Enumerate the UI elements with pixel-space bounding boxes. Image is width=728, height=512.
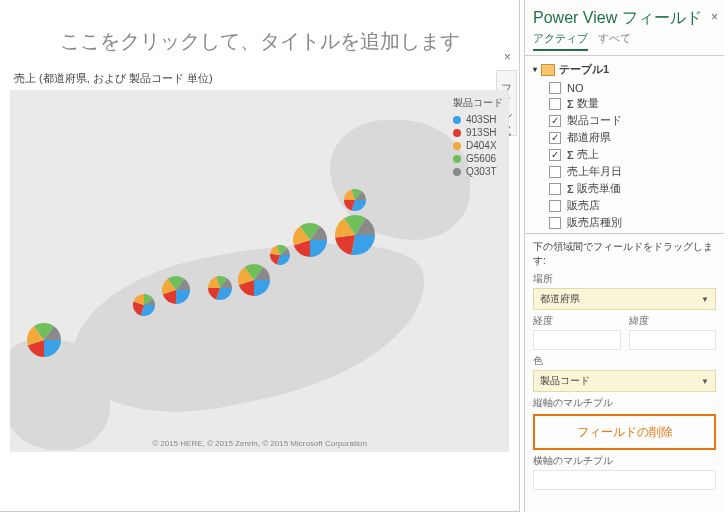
field-row[interactable]: NO [533, 81, 716, 95]
close-icon[interactable]: × [504, 50, 511, 64]
zone-color-label: 色 [533, 354, 716, 368]
legend-swatch [453, 142, 461, 150]
chevron-down-icon: ▼ [701, 295, 709, 304]
legend-swatch [453, 129, 461, 137]
legend-item[interactable]: G5606 [453, 153, 503, 164]
map-pie[interactable] [293, 223, 327, 257]
field-checkbox[interactable] [549, 217, 561, 229]
field-list-panel: Power View フィールド × アクティブ すべて ▾ テーブル1 NOΣ… [524, 0, 724, 512]
field-label: 数量 [577, 96, 599, 111]
zone-hmultiple[interactable] [533, 470, 716, 490]
legend-item[interactable]: D404X [453, 140, 503, 151]
panel-close-icon[interactable]: × [711, 10, 718, 24]
report-title-placeholder[interactable]: ここをクリックして、タイトルを追加します [0, 0, 519, 63]
zone-location-value: 都道府県 [540, 292, 580, 306]
map-pie[interactable] [270, 245, 290, 265]
drag-hint: 下の領域間でフィールドをドラッグします: [533, 240, 716, 268]
map-pie[interactable] [344, 189, 366, 211]
field-label: 都道府県 [567, 130, 611, 145]
field-checkbox[interactable] [549, 166, 561, 178]
chart-subtitle: 売上 (都道府県, および 製品コード 単位) [0, 63, 519, 90]
layout-zones: 下の領域間でフィールドをドラッグします: 場所 都道府県 ▼ 経度 緯度 色 製… [525, 233, 724, 498]
zone-location[interactable]: 都道府県 ▼ [533, 288, 716, 310]
field-label: 売上年月日 [567, 164, 622, 179]
field-row[interactable]: Σ販売単価 [533, 180, 716, 197]
field-label: 販売店種別 [567, 215, 622, 230]
field-label: NO [567, 82, 584, 94]
zone-hmultiple-label: 横軸のマルチプル [533, 454, 716, 468]
map-credits: © 2015 HERE, © 2015 Zenrin, © 2015 Micro… [152, 439, 367, 448]
field-row[interactable]: ✓都道府県 [533, 129, 716, 146]
zone-latitude-label: 緯度 [629, 314, 717, 328]
legend-label: 913SH [466, 127, 497, 138]
legend-item[interactable]: Q303T [453, 166, 503, 177]
zone-longitude-label: 経度 [533, 314, 621, 328]
tab-active[interactable]: アクティブ [533, 31, 588, 51]
legend-label: 403SH [466, 114, 497, 125]
legend-item[interactable]: 913SH [453, 127, 503, 138]
panel-title: Power View フィールド [525, 0, 724, 31]
legend-swatch [453, 168, 461, 176]
legend: 製品コード 403SH913SHD404XG5606Q303T [453, 96, 503, 179]
field-label: 販売店 [567, 198, 600, 213]
field-row[interactable]: 売上年月日 [533, 163, 716, 180]
collapse-icon: ▾ [533, 65, 537, 74]
field-row[interactable]: 販売店 [533, 197, 716, 214]
sigma-icon: Σ [567, 149, 574, 161]
field-checkbox[interactable] [549, 82, 561, 94]
map-pie[interactable] [335, 215, 375, 255]
map-visual[interactable]: 製品コード 403SH913SHD404XG5606Q303T © 2015 H… [10, 90, 509, 452]
legend-label: D404X [466, 140, 497, 151]
field-checkbox[interactable] [549, 200, 561, 212]
legend-swatch [453, 116, 461, 124]
report-canvas: ここをクリックして、タイトルを追加します × フィルター 売上 (都道府県, お… [0, 0, 520, 512]
field-checkbox[interactable]: ✓ [549, 149, 561, 161]
field-label: 製品コード [567, 113, 622, 128]
field-label: 販売単価 [577, 181, 621, 196]
legend-swatch [453, 155, 461, 163]
delete-field-button[interactable]: フィールドの削除 [533, 414, 716, 450]
legend-title: 製品コード [453, 96, 503, 110]
legend-item[interactable]: 403SH [453, 114, 503, 125]
field-label: 売上 [577, 147, 599, 162]
table-name: テーブル1 [559, 62, 609, 77]
table-icon [541, 64, 555, 76]
map-pie[interactable] [238, 264, 270, 296]
table-header[interactable]: ▾ テーブル1 [533, 62, 716, 77]
field-checkbox[interactable]: ✓ [549, 115, 561, 127]
field-checkbox[interactable]: ✓ [549, 132, 561, 144]
zone-color[interactable]: 製品コード ▼ [533, 370, 716, 392]
fields-section: ▾ テーブル1 NOΣ数量✓製品コード✓都道府県✓Σ売上売上年月日Σ販売単価販売… [525, 56, 724, 233]
field-row[interactable]: ✓Σ売上 [533, 146, 716, 163]
map-pie[interactable] [208, 276, 232, 300]
sigma-icon: Σ [567, 98, 574, 110]
sigma-icon: Σ [567, 183, 574, 195]
map-pie[interactable] [133, 294, 155, 316]
zone-color-value: 製品コード [540, 374, 590, 388]
zone-vmultiple-label: 縦軸のマルチプル [533, 396, 716, 410]
map-pie[interactable] [162, 276, 190, 304]
map-pie[interactable] [27, 323, 61, 357]
field-row[interactable]: 販売店種別 [533, 214, 716, 231]
field-row[interactable]: Σ数量 [533, 95, 716, 112]
zone-location-label: 場所 [533, 272, 716, 286]
field-row[interactable]: ✓製品コード [533, 112, 716, 129]
panel-tabs: アクティブ すべて [525, 31, 724, 56]
chevron-down-icon: ▼ [701, 377, 709, 386]
legend-label: Q303T [466, 166, 497, 177]
field-checkbox[interactable] [549, 98, 561, 110]
legend-label: G5606 [466, 153, 496, 164]
zone-latitude[interactable] [629, 330, 717, 350]
zone-longitude[interactable] [533, 330, 621, 350]
field-checkbox[interactable] [549, 183, 561, 195]
tab-all[interactable]: すべて [598, 31, 631, 51]
